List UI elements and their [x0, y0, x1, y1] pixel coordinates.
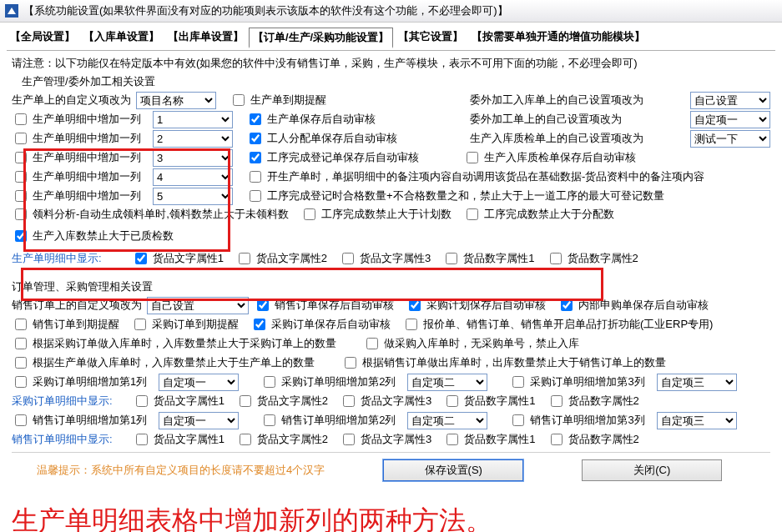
- worker-assign-autoapprove-checkbox[interactable]: [250, 133, 261, 144]
- outsource-in-self-select[interactable]: 自己设置: [690, 92, 770, 109]
- prod-disp-text1-checkbox[interactable]: [135, 253, 147, 264]
- prod-disp-num1-checkbox[interactable]: [446, 253, 457, 264]
- prod-add-col-5-select[interactable]: 5: [153, 188, 233, 205]
- so-detail-display-label: 销售订单明细中显示:: [12, 432, 113, 447]
- po-detail-col1-checkbox[interactable]: [15, 376, 27, 388]
- prod-in-qc-self-select[interactable]: 测试一下: [690, 130, 770, 148]
- prod-in-qc-autoapprove-checkbox[interactable]: [467, 152, 478, 163]
- tab-other[interactable]: 【其它设置】: [395, 28, 467, 48]
- prod-autoapprove-checkbox[interactable]: [250, 113, 261, 125]
- so-detail-col1-checkbox[interactable]: [15, 414, 27, 426]
- po-detail-col2-checkbox[interactable]: [264, 376, 275, 388]
- sales-custom-col-label: 销售订单上的自定义项改为: [12, 298, 142, 313]
- production-section-title: 生产管理/委外加工相关设置: [22, 74, 770, 89]
- process-plan-limit-checkbox[interactable]: [304, 208, 315, 220]
- process-reg-autoapprove-checkbox[interactable]: [250, 152, 261, 163]
- so-disp-num2-checkbox[interactable]: [551, 434, 563, 445]
- so-detail-col3-select[interactable]: 自定项三: [657, 412, 737, 429]
- so-detail-col2-select[interactable]: 自定项二: [407, 412, 487, 429]
- prod-add-col-3-select[interactable]: 3: [153, 149, 233, 167]
- so-detail-col2-checkbox[interactable]: [264, 414, 275, 426]
- prod-disp-text3-checkbox[interactable]: [342, 253, 354, 264]
- so-disp-text3-checkbox[interactable]: [343, 434, 355, 445]
- tab-addon[interactable]: 【按需要单独开通的增值功能模块】: [468, 28, 648, 48]
- prod-custom-col-label: 生产单上的自定义项改为: [12, 93, 131, 108]
- warm-tip: 温馨提示：系统中所有自定义项目的长度请不要超过4个汉字: [37, 463, 325, 478]
- close-button[interactable]: 关闭(C): [582, 459, 722, 481]
- prod-add-col-5-checkbox[interactable]: [15, 190, 27, 202]
- po-detail-col3-checkbox[interactable]: [512, 376, 524, 388]
- so-detail-col3-checkbox[interactable]: [512, 414, 524, 426]
- material-limit-checkbox[interactable]: [15, 208, 27, 220]
- process-reg-limit-checkbox[interactable]: [250, 190, 261, 202]
- process-assign-limit-checkbox[interactable]: [467, 208, 478, 220]
- save-button[interactable]: 保存设置(S): [383, 459, 523, 481]
- prod-in-qc-limit-checkbox[interactable]: [15, 230, 27, 242]
- purchase-due-remind-checkbox[interactable]: [134, 319, 146, 330]
- tab-global[interactable]: 【全局设置】: [7, 28, 78, 48]
- prod-add-col-4-checkbox[interactable]: [15, 171, 27, 183]
- po-disp-text1-checkbox[interactable]: [136, 395, 148, 407]
- tab-inbound[interactable]: 【入库单设置】: [80, 28, 163, 48]
- prod-add-col-1-select[interactable]: 1: [153, 111, 233, 128]
- app-icon: [5, 4, 18, 18]
- so-out-limit-checkbox[interactable]: [345, 357, 356, 369]
- prod-add-col-4-select[interactable]: 4: [153, 168, 233, 186]
- prod-add-col-2-select[interactable]: 2: [153, 130, 233, 148]
- so-detail-col1-select[interactable]: 自定项一: [159, 412, 239, 429]
- po-disp-num2-checkbox[interactable]: [551, 395, 563, 407]
- po-disp-text2-checkbox[interactable]: [240, 395, 251, 407]
- po-detail-col1-select[interactable]: 自定项一: [159, 374, 239, 391]
- so-disp-text2-checkbox[interactable]: [240, 434, 251, 445]
- tab-order-prod-purchase[interactable]: 【订单/生产/采购功能设置】: [249, 28, 393, 48]
- internal-req-autoapprove-checkbox[interactable]: [561, 299, 573, 311]
- prod-custom-col-select[interactable]: 项目名称: [136, 92, 216, 109]
- so-disp-num1-checkbox[interactable]: [446, 434, 458, 445]
- prod-disp-num2-checkbox[interactable]: [550, 253, 562, 264]
- sales-due-remind-checkbox[interactable]: [15, 319, 27, 330]
- warning-note: 请注意：以下功能仅在特定版本中有效(如果您的软件中没有销售订单，采购，生产等模块…: [12, 56, 770, 71]
- tabbar: 【全局设置】 【入库单设置】 【出库单设置】 【订单/生产/采购功能设置】 【其…: [0, 23, 782, 50]
- order-section-title: 订单管理、采购管理相关设置: [12, 279, 770, 294]
- titlebar: 【系统功能设置(如果软件界面没有对应的功能项则表示该版本的软件没有这个功能，不必…: [0, 0, 782, 23]
- prod-in-limit-checkbox[interactable]: [15, 357, 27, 369]
- po-in-limit-checkbox[interactable]: [15, 338, 27, 349]
- po-detail-col3-select[interactable]: 自定项三: [657, 374, 737, 391]
- prod-add-col-2-checkbox[interactable]: [15, 133, 27, 144]
- po-detail-col2-select[interactable]: 自定项二: [407, 374, 487, 391]
- tab-outbound[interactable]: 【出库单设置】: [164, 28, 247, 48]
- sales-custom-col-select[interactable]: 自己设置: [147, 297, 249, 314]
- prod-add-col-3-checkbox[interactable]: [15, 152, 27, 163]
- prod-detail-display-label: 生产单明细中显示:: [12, 251, 102, 266]
- sales-autoapprove-checkbox[interactable]: [257, 299, 269, 311]
- po-in-require-no-checkbox[interactable]: [366, 338, 378, 349]
- prod-due-remind-checkbox[interactable]: [233, 94, 245, 106]
- prod-add-col-1-checkbox[interactable]: [15, 113, 27, 125]
- purchase-autoapprove-checkbox[interactable]: [254, 319, 265, 330]
- window-title: 【系统功能设置(如果软件界面没有对应的功能项则表示该版本的软件没有这个功能，不必…: [23, 3, 508, 18]
- outsource-self-select[interactable]: 自定项一: [690, 111, 770, 128]
- so-disp-text1-checkbox[interactable]: [136, 434, 148, 445]
- prod-due-remind-label: 生产单到期提醒: [250, 93, 326, 108]
- po-disp-num1-checkbox[interactable]: [446, 395, 458, 407]
- po-detail-display-label: 采购订单明细中显示:: [12, 394, 113, 409]
- outsource-in-self-label: 委外加工入库单上的自己设置项改为: [470, 93, 685, 108]
- annotation-caption: 生产单明细表格中增加新列的两种方法。: [0, 498, 782, 532]
- po-disp-text3-checkbox[interactable]: [343, 395, 355, 407]
- item-discount-checkbox[interactable]: [406, 319, 417, 330]
- prod-disp-text2-checkbox[interactable]: [239, 253, 250, 264]
- purchase-plan-autoapprove-checkbox[interactable]: [409, 299, 421, 311]
- prod-remark-autofill-checkbox[interactable]: [250, 171, 261, 183]
